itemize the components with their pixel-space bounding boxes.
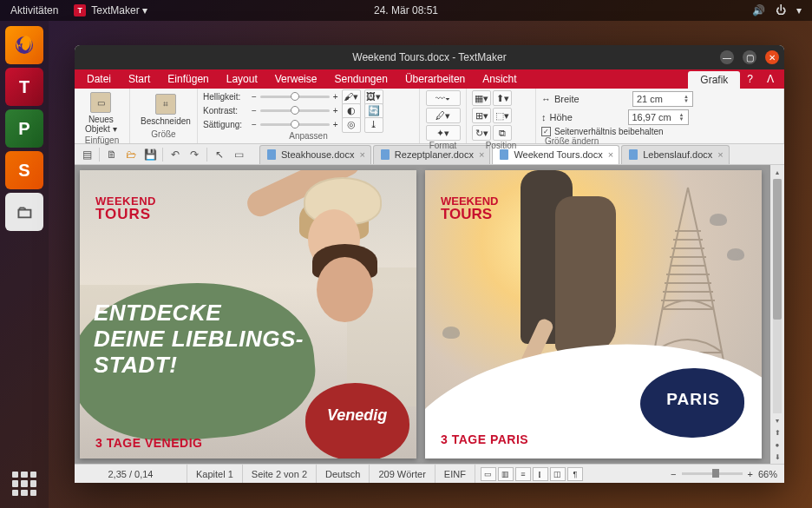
aspect-ratio-checkbox[interactable]: ✓ Seitenverhältnis beibehalten <box>541 127 664 136</box>
reset-picture[interactable]: ◎ <box>342 117 361 133</box>
view-outline[interactable]: ≡ <box>515 467 531 481</box>
close-tab-icon[interactable]: × <box>359 149 364 160</box>
height-spinner[interactable]: 16,97 cm▲▼ <box>628 109 689 125</box>
new-object-button[interactable]: ▭ Neues Objekt ▾ <box>80 90 122 135</box>
brightness-slider[interactable] <box>260 96 330 98</box>
system-menu-chevron[interactable]: ▾ <box>796 4 802 16</box>
view-normal[interactable]: ▭ <box>481 467 496 481</box>
group-objects[interactable]: ⬚▾ <box>493 108 512 123</box>
rotate[interactable]: ↻▾ <box>472 125 491 141</box>
zoom-value[interactable]: 66% <box>758 469 777 479</box>
qa-cursor[interactable]: ↖ <box>211 147 228 162</box>
window-close[interactable]: ✕ <box>765 50 779 64</box>
scroll-thumb[interactable] <box>773 179 782 320</box>
volume-icon[interactable]: 🔊 <box>752 4 765 16</box>
status-words[interactable]: 209 Wörter <box>370 465 435 483</box>
vertical-scrollbar[interactable]: ▴ ▾ ⬆ ● ⬇ <box>770 165 784 464</box>
titlebar[interactable]: Weekend Tours.docx - TextMaker — ▢ ✕ <box>75 45 784 69</box>
zoom-out[interactable]: − <box>671 469 676 479</box>
dock-textmaker[interactable]: T <box>5 68 43 106</box>
menu-einfuegen[interactable]: Einfügen <box>159 70 217 88</box>
duplicate[interactable]: ⧉ <box>493 125 512 141</box>
dock-apps-grid[interactable] <box>12 472 36 496</box>
menu-sendungen[interactable]: Sendungen <box>325 70 396 88</box>
menu-help[interactable]: ? <box>740 70 760 88</box>
qa-save[interactable]: 💾 <box>141 147 159 162</box>
contrast-minus[interactable]: − <box>252 106 257 115</box>
saturation-slider[interactable] <box>260 123 330 126</box>
window-minimize[interactable]: — <box>720 50 734 64</box>
app-menu[interactable]: T TextMaker ▾ <box>74 4 147 16</box>
line-style[interactable]: 〰▾ <box>426 90 461 106</box>
dock-planmaker[interactable]: P <box>5 109 43 148</box>
line-color[interactable]: 🖊▾ <box>426 108 461 123</box>
tab-lebenslauf[interactable]: Lebenslauf.docx× <box>621 145 730 164</box>
menu-datei[interactable]: Datei <box>78 70 120 88</box>
dock-files[interactable]: 🗀 <box>5 193 43 231</box>
picture-style[interactable]: 🖼▾ <box>364 89 383 105</box>
qa-redo[interactable]: ↷ <box>186 147 203 162</box>
qa-undo[interactable]: ↶ <box>167 147 184 162</box>
window-maximize[interactable]: ▢ <box>743 50 756 64</box>
menu-verweise[interactable]: Verweise <box>266 70 326 88</box>
effects[interactable]: ✦▾ <box>426 125 461 141</box>
change-picture[interactable]: 🔄 <box>364 103 383 119</box>
view-object[interactable]: ◫ <box>550 467 566 481</box>
status-page[interactable]: Seite 2 von 2 <box>243 465 317 483</box>
brightness-plus[interactable]: + <box>333 92 338 102</box>
menu-ueberarbeiten[interactable]: Überarbeiten <box>396 70 474 88</box>
status-position[interactable]: 2,35 / 0,14 <box>75 465 187 483</box>
saturation-minus[interactable]: − <box>252 120 257 129</box>
bring-forward[interactable]: ⬆▾ <box>493 90 512 106</box>
scroll-track[interactable] <box>773 179 782 413</box>
align[interactable]: ⊞▾ <box>472 108 491 123</box>
width-spinner[interactable]: 21 cm▲▼ <box>632 91 693 107</box>
zoom-in[interactable]: + <box>748 469 753 479</box>
activities-button[interactable]: Aktivitäten <box>10 4 58 16</box>
status-mode[interactable]: EINF <box>435 465 475 483</box>
close-tab-icon[interactable]: × <box>479 149 484 160</box>
view-continuous[interactable]: ⫿ <box>533 467 548 481</box>
dock-firefox[interactable] <box>5 26 43 64</box>
view-master[interactable]: ▥ <box>498 467 514 481</box>
page-1[interactable]: WEEKEND TOURS ENTDECKE DEINE LIEBLINGS- … <box>80 170 416 459</box>
status-chapter[interactable]: Kapitel 1 <box>187 465 243 483</box>
qa-new[interactable]: 🗎 <box>103 147 121 162</box>
brightness-minus[interactable]: − <box>252 92 257 102</box>
menu-start[interactable]: Start <box>120 70 159 88</box>
clock[interactable]: 24. Mär 08:51 <box>374 4 438 16</box>
qa-open[interactable]: 🗁 <box>122 147 140 162</box>
group-format: Format <box>425 141 461 150</box>
dock-presentations[interactable]: S <box>5 151 43 189</box>
menu-collapse[interactable]: ᐱ <box>760 70 781 88</box>
scroll-up[interactable]: ▴ <box>772 167 783 177</box>
height-value: 16,97 cm <box>632 112 671 122</box>
status-language[interactable]: Deutsch <box>317 465 370 483</box>
wrap-text[interactable]: ▦▾ <box>472 90 491 106</box>
context-tab-grafik[interactable]: Grafik <box>688 71 740 89</box>
export-picture[interactable]: ⤓ <box>364 117 383 133</box>
close-tab-icon[interactable]: × <box>608 149 613 160</box>
prev-page[interactable]: ⬆ <box>772 427 783 438</box>
height-label: Höhe <box>550 112 580 122</box>
qa-menu[interactable]: ▤ <box>78 147 95 162</box>
browse-object[interactable]: ● <box>772 439 783 450</box>
menu-ansicht[interactable]: Ansicht <box>474 70 525 88</box>
saturation-plus[interactable]: + <box>333 120 338 129</box>
zoom-slider[interactable] <box>682 472 743 475</box>
tab-steakhouse[interactable]: Steakhouse.docx× <box>259 145 371 164</box>
qa-object[interactable]: ▭ <box>230 147 247 162</box>
close-tab-icon[interactable]: × <box>717 149 723 160</box>
crop-button[interactable]: ⌗ Beschneiden <box>135 92 196 128</box>
shadow-button[interactable]: ◐ <box>342 103 361 119</box>
view-marks[interactable]: ¶ <box>567 467 583 481</box>
power-icon[interactable]: ⏻ <box>776 4 786 16</box>
recolor-button[interactable]: 🖌▾ <box>342 89 361 105</box>
menu-layout[interactable]: Layout <box>218 70 266 88</box>
page-2[interactable]: WEEKEND TOURS PARIS 3 TAGE PARIS <box>425 170 762 459</box>
next-page[interactable]: ⬇ <box>772 452 783 462</box>
contrast-slider[interactable] <box>260 109 330 112</box>
scroll-down[interactable]: ▾ <box>772 415 783 426</box>
logo-line2: TOURS <box>95 206 156 223</box>
contrast-plus[interactable]: + <box>333 106 338 115</box>
